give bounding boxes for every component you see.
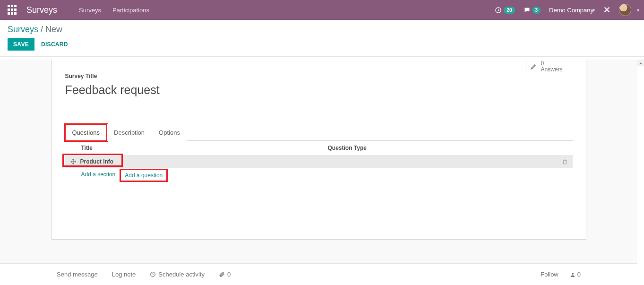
schedule-activity-label: Schedule activity: [158, 271, 205, 278]
survey-title-label: Survey Title: [65, 73, 573, 79]
messages-indicator[interactable]: 3: [524, 7, 541, 14]
send-message-button[interactable]: Send message: [57, 271, 98, 278]
chat-icon: [524, 7, 531, 14]
answers-stat-button[interactable]: 0 Answers: [526, 60, 586, 73]
questions-table-header: Title Question Type: [65, 141, 573, 155]
follow-button[interactable]: Follow: [541, 271, 558, 278]
tab-description[interactable]: Description: [107, 124, 152, 141]
messages-count-badge: 3: [532, 7, 541, 14]
breadcrumb: Surveys / New: [8, 25, 636, 35]
answers-count: 0: [541, 60, 563, 67]
add-section-link[interactable]: Add a section: [81, 171, 116, 180]
app-brand: Surveys: [26, 5, 57, 15]
scrollbar-up-arrow[interactable]: ▴: [637, 60, 644, 66]
attachments-button[interactable]: 0: [219, 271, 231, 278]
chatter-bar: Send message Log note Schedule activity …: [0, 263, 637, 285]
chevron-down-icon: ▾: [592, 8, 595, 13]
breadcrumb-root[interactable]: Surveys: [8, 25, 38, 34]
save-button[interactable]: SAVE: [8, 38, 34, 51]
schedule-activity-button[interactable]: Schedule activity: [150, 271, 205, 278]
tab-options[interactable]: Options: [152, 124, 187, 141]
add-row: Add a section Add a question: [65, 168, 573, 182]
move-icon[interactable]: [70, 158, 77, 165]
top-navbar: Surveys Surveys Participations 20 3 Demo…: [0, 0, 644, 20]
breadcrumb-current: New: [45, 25, 62, 34]
trash-icon[interactable]: [562, 159, 568, 165]
activities-count-badge: 20: [504, 7, 515, 14]
column-title: Title: [81, 145, 328, 151]
apps-icon[interactable]: [8, 5, 18, 15]
notebook: Questions Description Options Title Ques…: [65, 124, 573, 182]
followers-count: 0: [577, 271, 581, 278]
section-row[interactable]: Product Info: [65, 155, 573, 168]
answers-label: Answers: [541, 67, 563, 72]
chevron-down-icon: ▾: [637, 8, 639, 13]
close-icon[interactable]: ✕: [603, 5, 610, 15]
activities-indicator[interactable]: 20: [495, 7, 515, 14]
form-sheet: 0 Answers Survey Title Questions Descrip…: [52, 60, 586, 240]
followers-indicator[interactable]: 0: [570, 271, 581, 278]
clock-icon: [150, 271, 156, 277]
section-name: Product Info: [80, 158, 114, 165]
nav-participations[interactable]: Participations: [112, 7, 149, 14]
control-panel: Surveys / New SAVE DISCARD: [0, 20, 644, 57]
clock-icon: [495, 7, 502, 14]
breadcrumb-sep: /: [41, 25, 45, 34]
person-icon: [570, 272, 575, 277]
discard-button[interactable]: DISCARD: [41, 41, 68, 48]
tab-questions[interactable]: Questions: [65, 124, 107, 141]
add-question-link[interactable]: Add a question: [125, 172, 163, 179]
log-note-button[interactable]: Log note: [112, 271, 136, 278]
company-switcher[interactable]: Demo Company ▾: [549, 7, 595, 14]
attachments-count: 0: [227, 271, 231, 278]
user-avatar[interactable]: [619, 4, 631, 16]
column-question-type: Question Type: [328, 145, 367, 151]
paperclip-icon: [219, 271, 225, 277]
form-scroll-area: 0 Answers Survey Title Questions Descrip…: [0, 60, 637, 285]
pencil-icon: [530, 63, 537, 70]
company-name: Demo Company: [549, 7, 593, 14]
survey-title-input[interactable]: [65, 82, 368, 99]
nav-surveys[interactable]: Surveys: [79, 7, 101, 14]
svg-point-2: [572, 273, 574, 275]
